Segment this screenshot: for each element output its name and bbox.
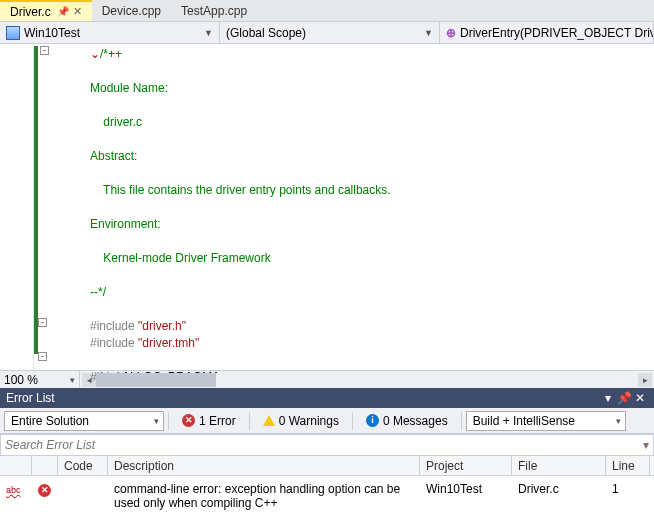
info-icon: i [366, 414, 379, 427]
build-mode-label: Build + IntelliSense [473, 414, 575, 428]
errors-filter-button[interactable]: ✕ 1 Error [173, 411, 245, 431]
tab-device-cpp[interactable]: Device.cpp [92, 0, 171, 21]
col-code[interactable]: Code [58, 456, 108, 475]
chevron-down-icon: ▼ [424, 28, 433, 38]
error-icon: ✕ [182, 414, 195, 427]
messages-filter-button[interactable]: i 0 Messages [357, 411, 457, 431]
horizontal-scrollbar[interactable]: ◂ ▸ [80, 373, 654, 387]
fold-toggle[interactable]: - [40, 46, 49, 55]
col-description[interactable]: Description [108, 456, 420, 475]
row-project: Win10Test [420, 480, 512, 512]
scope-filter-dropdown[interactable]: Entire Solution ▾ [4, 411, 164, 431]
function-icon: ⊕ [446, 26, 456, 40]
pin-icon[interactable]: 📌 [57, 6, 67, 17]
row-category-icon: abc [0, 480, 32, 512]
code-content[interactable]: ⌄/*++ Module Name: driver.c Abstract: Th… [34, 44, 391, 370]
search-dropdown-icon[interactable]: ▾ [643, 438, 649, 452]
row-code [58, 480, 108, 512]
error-grid-header: Code Description Project File Line [0, 456, 654, 476]
function-dropdown[interactable]: ⊕ DriverEntry(PDRIVER_OBJECT Drive [440, 22, 654, 43]
tab-testapp-cpp[interactable]: TestApp.cpp [171, 0, 257, 21]
build-mode-dropdown[interactable]: Build + IntelliSense ▾ [466, 411, 626, 431]
col-line[interactable]: Line [606, 456, 650, 475]
messages-count: 0 Messages [383, 414, 448, 428]
scroll-right-button[interactable]: ▸ [638, 373, 652, 387]
errors-count: 1 Error [199, 414, 236, 428]
error-list-header: Error List ▾ 📌 ✕ [0, 388, 654, 408]
code-editor[interactable]: - - - ⌄/*++ Module Name: driver.c Abstra… [0, 44, 654, 370]
scroll-track[interactable] [96, 373, 638, 387]
change-bar [34, 46, 38, 354]
separator [249, 412, 250, 430]
warnings-filter-button[interactable]: 0 Warnings [254, 411, 348, 431]
separator [461, 412, 462, 430]
tab-label: Driver.c [10, 5, 51, 19]
col-project[interactable]: Project [420, 456, 512, 475]
warning-icon [263, 415, 275, 426]
row-severity-icon: ✕ [32, 480, 58, 512]
error-list-toolbar: Entire Solution ▾ ✕ 1 Error 0 Warnings i… [0, 408, 654, 434]
editor-footer: 100 % ▾ ◂ ▸ [0, 370, 654, 388]
function-label: DriverEntry(PDRIVER_OBJECT Drive [460, 26, 654, 40]
project-icon [6, 26, 20, 40]
scope-filter-label: Entire Solution [11, 414, 89, 428]
chevron-down-icon: ▾ [70, 375, 75, 385]
zoom-value: 100 % [4, 373, 38, 387]
global-label: (Global Scope) [226, 26, 306, 40]
fold-toggle[interactable]: - [38, 352, 47, 361]
chevron-down-icon: ▾ [154, 416, 159, 426]
warnings-count: 0 Warnings [279, 414, 339, 428]
scope-label: Win10Test [24, 26, 80, 40]
error-row[interactable]: abc ✕ command-line error: exception hand… [0, 476, 654, 516]
col-category[interactable] [0, 456, 32, 475]
fold-toggle[interactable]: - [38, 318, 47, 327]
close-icon[interactable]: ✕ [73, 5, 82, 18]
col-icon[interactable] [32, 456, 58, 475]
separator [352, 412, 353, 430]
row-file: Driver.c [512, 480, 606, 512]
col-file[interactable]: File [512, 456, 606, 475]
scroll-thumb[interactable] [96, 373, 216, 387]
tab-label: TestApp.cpp [181, 4, 247, 18]
file-tabs: Driver.c 📌 ✕ Device.cpp TestApp.cpp [0, 0, 654, 22]
row-description: command-line error: exception handling o… [108, 480, 420, 512]
navigation-bar: Win10Test ▼ (Global Scope) ▼ ⊕ DriverEnt… [0, 22, 654, 44]
tab-driver-c[interactable]: Driver.c 📌 ✕ [0, 0, 92, 21]
global-scope-dropdown[interactable]: (Global Scope) ▼ [220, 22, 440, 43]
separator [168, 412, 169, 430]
scope-dropdown[interactable]: Win10Test ▼ [0, 22, 220, 43]
window-options-icon[interactable]: ▾ [600, 391, 616, 405]
close-icon[interactable]: ✕ [632, 391, 648, 405]
chevron-down-icon: ▼ [204, 28, 213, 38]
row-line: 1 [606, 480, 650, 512]
chevron-down-icon: ▾ [616, 416, 621, 426]
zoom-dropdown[interactable]: 100 % ▾ [0, 371, 80, 388]
pin-icon[interactable]: 📌 [616, 391, 632, 405]
line-gutter [0, 44, 34, 370]
panel-title: Error List [6, 391, 600, 405]
search-input[interactable] [5, 438, 643, 452]
error-search-box[interactable]: ▾ [0, 434, 654, 456]
tab-label: Device.cpp [102, 4, 161, 18]
